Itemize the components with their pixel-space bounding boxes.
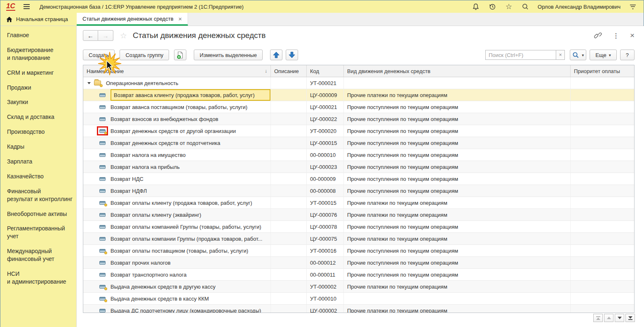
- cell-name: Возврат оплаты поставщиком (товары, рабо…: [83, 245, 271, 256]
- row-type-icon: [99, 177, 106, 181]
- sidebar-item[interactable]: Регламентированный учет: [7, 225, 73, 240]
- table-row[interactable]: Возврат оплаты компании Группы (продажа …: [83, 233, 634, 245]
- table-row[interactable]: Возврат прочих налогов 00-000012 Прочие …: [83, 257, 634, 269]
- history-icon[interactable]: [488, 2, 496, 11]
- table-row[interactable]: Возврат аванса поставщиком (товары, рабо…: [83, 101, 634, 113]
- get-link-icon[interactable]: [594, 32, 602, 40]
- table-row[interactable]: Возврат налога на имущество 00-000010 Пр…: [83, 149, 634, 161]
- column-header-name[interactable]: Наименование ↓: [83, 65, 271, 77]
- table-row[interactable]: Возврат транспортного налога 00-000011 П…: [83, 269, 634, 281]
- cell-description: [271, 197, 307, 209]
- move-up-button[interactable]: [270, 50, 282, 60]
- go-first-button[interactable]: [593, 314, 603, 322]
- go-next-button[interactable]: [615, 314, 624, 322]
- create-button[interactable]: Создать: [83, 50, 115, 60]
- column-label: Наименование: [87, 68, 124, 74]
- cell-flow-type: Прочие поступления по текущим операциям: [344, 245, 571, 256]
- table-row[interactable]: Операционная деятельность УТ-000021: [83, 77, 634, 89]
- row-name: Возврат налога на имущество: [110, 152, 186, 158]
- go-previous-button[interactable]: [604, 314, 613, 322]
- sidebar-item[interactable]: Продажи: [7, 84, 73, 92]
- table-row[interactable]: Возврат денежных средств от подотчетника…: [83, 137, 634, 149]
- sidebar-item[interactable]: Казначейство: [7, 173, 73, 180]
- expand-caret-icon[interactable]: [87, 82, 91, 84]
- cell-flow-type: Прочие платежи по текущим операциям: [344, 197, 571, 209]
- cell-priority: [571, 185, 634, 197]
- tab-cash-flow-items[interactable]: Статьи движения денежных средств ×: [77, 13, 188, 26]
- table-row[interactable]: Возврат денежных средств от другой орган…: [83, 125, 634, 137]
- sidebar-item[interactable]: Финансовый результат и контроллинг: [7, 187, 73, 203]
- sidebar-item[interactable]: НСИ и администрирование: [7, 270, 73, 286]
- row-name: Выдача денежных средств в кассу ККМ: [110, 296, 209, 302]
- row-icon: [99, 272, 106, 277]
- create-by-copy-button[interactable]: [174, 50, 186, 60]
- table-row[interactable]: Выдача ДС подотчетному лицу (командирово…: [83, 305, 634, 313]
- table-row[interactable]: Выдача денежных средств в другую кассу У…: [83, 281, 634, 293]
- move-down-button[interactable]: [286, 50, 298, 60]
- favorites-star-icon[interactable]: ☆: [505, 2, 513, 11]
- sidebar-item[interactable]: Закупки: [7, 98, 73, 106]
- row-icon: [99, 296, 106, 301]
- back-button[interactable]: ←: [83, 30, 98, 41]
- table-row[interactable]: Выдача денежных средств в кассу ККМ УТ-0…: [83, 293, 634, 305]
- row-type-icon: [99, 189, 106, 193]
- notifications-bell-icon[interactable]: [472, 2, 480, 11]
- service-menu-icon[interactable]: [629, 2, 637, 11]
- search-clear-icon[interactable]: ×: [556, 50, 565, 60]
- table-row[interactable]: Возврат аванса клиенту (продажа товаров,…: [83, 89, 634, 101]
- sidebar-item[interactable]: Производство: [7, 128, 73, 136]
- row-icon: [99, 93, 106, 97]
- row-icon: [99, 284, 106, 289]
- cell-description: [271, 245, 307, 256]
- sidebar-item[interactable]: Внеоборотные активы: [7, 210, 73, 218]
- table-pager: [593, 314, 635, 322]
- cell-priority: [571, 101, 634, 113]
- sidebar-item[interactable]: Главное: [7, 31, 73, 39]
- table-row[interactable]: Возврат оплаты клиенту (эквайринг) ЦУ-00…: [83, 209, 634, 221]
- app-title: Демонстрационная база / 1С:ERP Управлени…: [40, 4, 244, 10]
- tab-home[interactable]: Начальная страница: [0, 13, 77, 26]
- table-row[interactable]: Возврат оплаты поставщиком (товары, рабо…: [83, 245, 634, 257]
- table-row[interactable]: Возврат взносов из внебюджетных фондов Ц…: [83, 113, 634, 125]
- help-button[interactable]: ?: [620, 50, 635, 60]
- tab-close-icon[interactable]: ×: [179, 15, 182, 22]
- edit-selected-button[interactable]: Изменить выделенные: [194, 50, 263, 60]
- page-title: Статьи движения денежных средств: [133, 31, 266, 40]
- row-icon: [99, 129, 106, 133]
- more-actions-icon[interactable]: ⋮: [613, 32, 619, 40]
- sidebar-item[interactable]: Склад и доставка: [7, 113, 73, 121]
- global-search-icon[interactable]: [521, 2, 529, 11]
- forward-button[interactable]: →: [98, 30, 113, 41]
- cell-priority: [571, 113, 634, 125]
- sidebar-item[interactable]: Зарплата: [7, 158, 73, 166]
- search-input[interactable]: [485, 50, 556, 60]
- sidebar-item[interactable]: Кадры: [7, 143, 73, 151]
- favorite-star-icon[interactable]: ☆: [120, 31, 127, 40]
- main-menu-icon[interactable]: [24, 4, 30, 9]
- more-button[interactable]: Еще ▾: [590, 50, 616, 60]
- close-form-icon[interactable]: ×: [630, 31, 635, 40]
- column-header-priority[interactable]: Приоритет оплаты: [571, 65, 634, 77]
- table-row[interactable]: Возврат оплаты клиенту (продажа товаров,…: [83, 197, 634, 209]
- cell-name: Возврат денежных средств от другой орган…: [83, 125, 271, 137]
- column-header-description[interactable]: Описание: [271, 65, 307, 77]
- sidebar-item[interactable]: CRM и маркетинг: [7, 69, 73, 77]
- column-header-flow-type[interactable]: Вид движения денежных средств: [344, 65, 571, 77]
- cell-priority: [571, 125, 634, 137]
- table-row[interactable]: Возврат налога на прибыль ЦУ-000023 Проч…: [83, 161, 634, 173]
- modified-dot-icon: [100, 84, 103, 87]
- sidebar-item[interactable]: Международный финансовый учет: [7, 247, 73, 263]
- table-row[interactable]: Возврат НДФЛ 00-000008 Прочие поступлени…: [83, 185, 634, 197]
- table-row[interactable]: Возврат НДС 00-000009 Прочие поступления…: [83, 173, 634, 185]
- current-user[interactable]: Орлов Александр Владимирович: [538, 4, 620, 10]
- search-options-button[interactable]: ▾: [570, 50, 586, 60]
- cell-flow-type: Прочие поступления по текущим операциям: [344, 137, 571, 149]
- new-document-icon: [176, 51, 184, 59]
- 1c-logo: 1С: [6, 2, 15, 11]
- sidebar-item[interactable]: Бюджетирование и планирование: [7, 46, 73, 62]
- go-last-button[interactable]: [625, 314, 635, 322]
- create-group-button[interactable]: Создать группу: [120, 50, 169, 60]
- column-header-code[interactable]: Код: [307, 65, 344, 77]
- table-row[interactable]: Возврат оплаты компанией Группы (товары,…: [83, 221, 634, 233]
- cell-flow-type: Прочие поступления по текущим операциям: [344, 161, 571, 173]
